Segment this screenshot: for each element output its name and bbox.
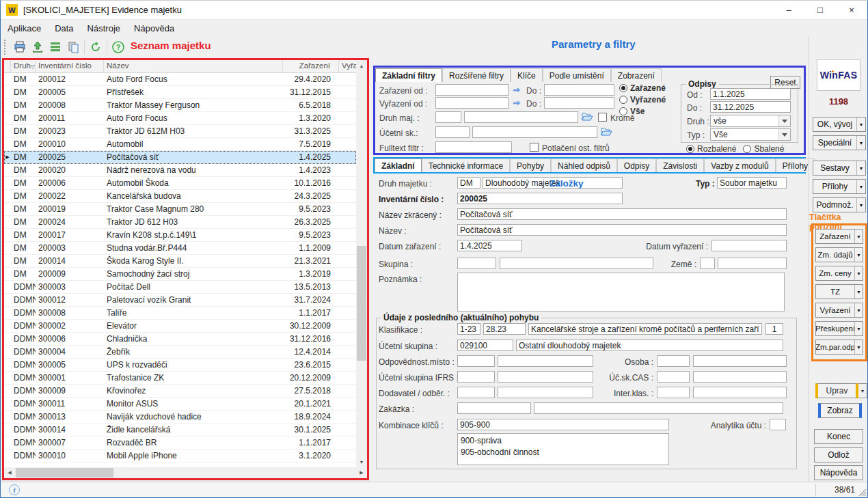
detail-tab-pohyby[interactable]: Pohyby [510, 158, 551, 172]
zeme-name-input[interactable] [718, 258, 787, 269]
action-button-tz[interactable]: TZ▼ [815, 284, 863, 299]
zarazeni-do-input[interactable] [544, 84, 614, 96]
kombinace-klicu-input[interactable] [457, 419, 669, 430]
copy-icon[interactable] [64, 38, 82, 56]
table-row[interactable]: DM200011Auto Ford Focus1.3.2020 [4, 112, 356, 125]
folder-open-icon[interactable] [601, 127, 612, 139]
radio-sbalen[interactable]: Sbalené [743, 144, 784, 154]
scroll-up-icon[interactable]: ▲ [356, 60, 367, 71]
ucetni-sk-code-input[interactable] [435, 126, 470, 138]
table-row[interactable]: DM200008Traktor Massey Ferguson6.5.2018 [4, 99, 356, 112]
action-button-zm-ceny[interactable]: Zm. ceny▼ [815, 266, 863, 281]
table-row[interactable]: DM200017Kravín K208 st.p.č.149\19.5.2023 [4, 229, 356, 242]
col-druh[interactable]: Druh▽ [11, 60, 36, 72]
ucetni-sk-name-input[interactable] [472, 126, 597, 138]
scroll-right-icon[interactable]: ▶ [356, 467, 367, 478]
odpisy-do-input[interactable] [710, 101, 791, 113]
table-row[interactable]: DDMN300011Monitor ASUS20.1.2021 [4, 398, 356, 411]
vertical-scrollbar[interactable]: ▲ ▼ [356, 60, 367, 467]
skupina-code-input[interactable] [457, 258, 496, 269]
table-row[interactable]: ▶DM200025Počítačová síť1.4.2025 [4, 151, 356, 164]
detail-tab-technick-informace[interactable]: Technické informace [422, 158, 510, 172]
detail-tab-odpisy[interactable]: Odpisy [617, 158, 656, 172]
table-row[interactable]: DM200020Nádrž nerezová na vodu1.4.2023 [4, 164, 356, 177]
table-row[interactable]: DDMN300009Křovinořez27.5.2018 [4, 385, 356, 398]
sidebar-button-sestavy[interactable]: Sestavy▼ [813, 161, 866, 176]
table-row[interactable]: DM200019Traktor Case Magnum 2809.5.2023 [4, 203, 356, 216]
menu-item-data[interactable]: Data [48, 23, 80, 33]
typ-input[interactable] [717, 177, 787, 189]
table-row[interactable]: DM200012Auto Ford Focus29.4.2020 [4, 73, 356, 86]
table-row[interactable]: DDMN300012Paletovací vozík Granit31.7.20… [4, 294, 356, 307]
interklas-code-input[interactable] [657, 387, 690, 398]
nazev-input[interactable] [457, 224, 787, 236]
analytika-uctu-input[interactable] [770, 419, 786, 430]
refresh-icon[interactable] [87, 38, 105, 56]
toolbar-grip[interactable] [4, 40, 7, 55]
druh-maj-name-input[interactable] [464, 111, 578, 123]
nazev-zkraceny-input[interactable] [457, 208, 787, 220]
odpisy-typ-select[interactable]: Vše [710, 128, 791, 141]
radio-vyazen[interactable]: Vyřazené [619, 95, 666, 105]
fulltext-input[interactable] [435, 141, 512, 153]
inventarni-cislo-input[interactable] [457, 193, 623, 204]
table-row[interactable]: DDMN300004Žebřík12.4.2014 [4, 346, 356, 359]
zeme-code-input[interactable] [700, 258, 715, 269]
cas-code-input[interactable] [657, 371, 690, 383]
sidebar-button-podmno-[interactable]: Podmnož.▼ [813, 197, 866, 212]
filter-tab-zobrazen-[interactable]: Zobrazení [611, 68, 662, 82]
radio-rozbalen[interactable]: Rozbalené [686, 144, 736, 154]
table-row[interactable]: DDMN300003Počítač Dell13.5.2013 [4, 281, 356, 294]
klasifikace-count-input[interactable] [765, 323, 783, 335]
scroll-down-icon[interactable]: ▼ [356, 456, 367, 467]
folder-open-icon[interactable] [582, 112, 593, 124]
table-row[interactable]: DDMN300010Mobil Apple iPhone3.1.2020 [4, 449, 356, 462]
horizontal-scroll-thumb[interactable] [16, 468, 113, 478]
zarazeni-od-input[interactable] [435, 84, 508, 96]
datum-vyrazeni-input[interactable] [711, 240, 787, 251]
maximize-button[interactable]: □ [804, 1, 836, 19]
filter-tab-roz-en-filtry[interactable]: Rozšířené filtry [442, 68, 511, 82]
table-row[interactable]: DM200009Samochodný žací stroj1.3.2019 [4, 268, 356, 281]
menu-item-nstroje[interactable]: Nástroje [81, 23, 127, 33]
poznamka-textarea[interactable] [457, 273, 785, 312]
table-row[interactable]: DDMN300007Rozvaděč BR1.1.2017 [4, 437, 356, 449]
detail-tab-vazby-z-modul-[interactable]: Vazby z modulů [704, 158, 776, 172]
table-row[interactable]: DM200024Traktor JD 612 H0326.3.2025 [4, 216, 356, 229]
filter-tab-z-kladn-filtry[interactable]: Základní filtry [375, 68, 442, 82]
klasifikace-1-input[interactable] [457, 323, 480, 335]
table-header[interactable]: Druh▽ Inventární číslo Název Zařazení Vy… [4, 60, 356, 73]
table-row[interactable]: DDMN300008Talíře1.1.2017 [4, 307, 356, 320]
sidebar-button-n-pov-da[interactable]: Nápověda [814, 465, 863, 480]
table-row[interactable]: DM200010Automobil7.5.2019 [4, 138, 356, 151]
table-row[interactable]: DM200022Kancelářská budova24.3.2025 [4, 190, 356, 203]
action-button-vy-azen-[interactable]: Vyřazení▼ [815, 303, 863, 318]
uprav-button[interactable]: Uprav ▼ [815, 383, 867, 398]
filter-tab-kl-e[interactable]: Klíče [511, 68, 543, 82]
detail-tab-n-hled-odpis-[interactable]: Náhled odpisů [551, 158, 617, 172]
klasifikace-text-input[interactable] [528, 323, 762, 335]
menu-item-npovda[interactable]: Nápověda [127, 23, 181, 33]
odpisy-druh-select[interactable]: vše [710, 115, 791, 127]
help-icon[interactable]: ? [109, 38, 127, 56]
action-button-zm-par-odp[interactable]: Zm.par.odp▼ [815, 340, 863, 355]
chevron-down-icon[interactable]: ▼ [858, 383, 867, 398]
table-row[interactable]: DM200005Přístřešek31.12.2015 [4, 86, 356, 99]
table-row[interactable]: DM200003Studna vodár.Bř.P4441.1.2009 [4, 242, 356, 255]
sidebar-button-konec[interactable]: Konec [814, 429, 863, 444]
table-row[interactable]: DDMN300005UPS k rozvaděči23.6.2015 [4, 359, 356, 372]
col-vyrazeni[interactable]: Vyřaz [339, 60, 356, 72]
table-row[interactable]: DDMN300001Trafostanice ZK20.12.2009 [4, 372, 356, 385]
odpisy-od-input[interactable] [710, 88, 791, 100]
cas-name-input[interactable] [693, 371, 787, 383]
print-icon[interactable] [11, 38, 29, 56]
skupina-name-input[interactable] [500, 258, 653, 269]
potlaceni-checkbox[interactable] [530, 143, 539, 152]
druh-maj-code-input[interactable] [435, 111, 461, 123]
table-row[interactable]: DDMN300013Naviják vzduchové hadice18.9.2… [4, 411, 356, 424]
scroll-left-icon[interactable]: ◀ [4, 467, 15, 478]
table-row[interactable]: DDMN300002Elevátor30.12.2009 [4, 320, 356, 333]
odpovednost-code-input[interactable] [457, 355, 495, 367]
druh-code-input[interactable] [457, 177, 480, 189]
sidebar-button-ok-v-voj[interactable]: OK, vývoj▼ [813, 117, 866, 132]
